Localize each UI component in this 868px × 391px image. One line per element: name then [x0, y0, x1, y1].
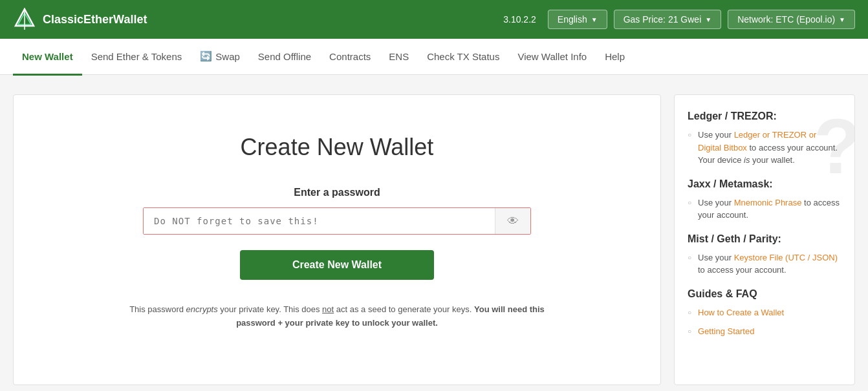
network-arrow-icon: ▼	[839, 16, 845, 23]
password-label: Enter a password	[294, 187, 380, 198]
mnemonic-link[interactable]: Mnemonic Phrase	[734, 198, 802, 207]
keystore-link[interactable]: Keystore File (UTC / JSON)	[734, 253, 838, 262]
nav-item-help[interactable]: Help	[596, 39, 634, 76]
sidebar-section-guides: Guides & FAQ How to Create a Wallet Gett…	[688, 288, 841, 338]
sidebar: ? Ledger / TREZOR: Use your Ledger or TR…	[674, 94, 855, 385]
header-right: 3.10.2.2 English ▼ Gas Price: 21 Gwei ▼ …	[503, 10, 855, 29]
password-input-row: 👁	[143, 207, 531, 235]
content-panel: Create New Wallet Enter a password 👁 Cre…	[13, 94, 661, 385]
ledger-list-item: Use your Ledger or TREZOR or Digital Bit…	[688, 129, 841, 167]
main-container: Create New Wallet Enter a password 👁 Cre…	[0, 75, 868, 391]
guides-list: How to Create a Wallet Getting Started	[688, 306, 841, 338]
mist-section-title: Mist / Geth / Parity:	[688, 233, 841, 245]
ledger-section-title: Ledger / TREZOR:	[688, 111, 841, 122]
swap-icon: 🔄	[200, 50, 212, 62]
guides-list-item-create: How to Create a Wallet	[688, 306, 841, 319]
password-input[interactable]	[144, 208, 495, 234]
version-text: 3.10.2.2	[503, 14, 536, 25]
language-button[interactable]: English ▼	[548, 10, 607, 29]
logo-icon	[13, 8, 36, 31]
mist-list-item: Use your Keystore File (UTC / JSON) to a…	[688, 251, 841, 277]
jaxx-list-item: Use your Mnemonic Phrase to access your …	[688, 196, 841, 222]
nav: New Wallet Send Ether & Tokens 🔄 Swap Se…	[0, 39, 868, 75]
jaxx-list: Use your Mnemonic Phrase to access your …	[688, 196, 841, 222]
mist-list: Use your Keystore File (UTC / JSON) to a…	[688, 251, 841, 277]
sidebar-section-jaxx: Jaxx / Metamask: Use your Mnemonic Phras…	[688, 178, 841, 222]
nav-item-view-wallet[interactable]: View Wallet Info	[508, 39, 596, 76]
ledger-list: Use your Ledger or TREZOR or Digital Bit…	[688, 129, 841, 167]
guides-section-title: Guides & FAQ	[688, 288, 841, 300]
password-note: This password encrypts your private key.…	[127, 303, 547, 330]
nav-item-contracts[interactable]: Contracts	[320, 39, 380, 76]
network-button[interactable]: Network: ETC (Epool.io) ▼	[728, 10, 855, 29]
header: ClassicEtherWallet 3.10.2.2 English ▼ Ga…	[0, 0, 868, 39]
gas-price-arrow-icon: ▼	[705, 16, 711, 23]
nav-item-swap[interactable]: 🔄 Swap	[191, 39, 249, 76]
sidebar-section-mist: Mist / Geth / Parity: Use your Keystore …	[688, 233, 841, 277]
eye-icon: 👁	[507, 215, 519, 227]
nav-item-send-offline[interactable]: Send Offline	[249, 39, 320, 76]
gas-price-button[interactable]: Gas Price: 21 Gwei ▼	[614, 10, 722, 29]
logo: ClassicEtherWallet	[13, 8, 147, 31]
create-wallet-button[interactable]: Create New Wallet	[240, 250, 434, 280]
jaxx-section-title: Jaxx / Metamask:	[688, 178, 841, 190]
language-arrow-icon: ▼	[591, 16, 598, 23]
nav-item-check-tx[interactable]: Check TX Status	[418, 39, 508, 76]
page-title: Create New Wallet	[241, 134, 434, 161]
nav-item-ens[interactable]: ENS	[380, 39, 418, 76]
getting-started-link[interactable]: Getting Started	[698, 326, 754, 336]
toggle-password-button[interactable]: 👁	[495, 208, 530, 234]
guides-list-item-started: Getting Started	[688, 325, 841, 338]
logo-text: ClassicEtherWallet	[43, 13, 147, 26]
nav-item-new-wallet[interactable]: New Wallet	[13, 39, 82, 76]
how-to-create-wallet-link[interactable]: How to Create a Wallet	[698, 308, 784, 317]
sidebar-section-ledger: Ledger / TREZOR: Use your Ledger or TREZ…	[688, 111, 841, 167]
nav-item-send-ether[interactable]: Send Ether & Tokens	[82, 39, 191, 76]
